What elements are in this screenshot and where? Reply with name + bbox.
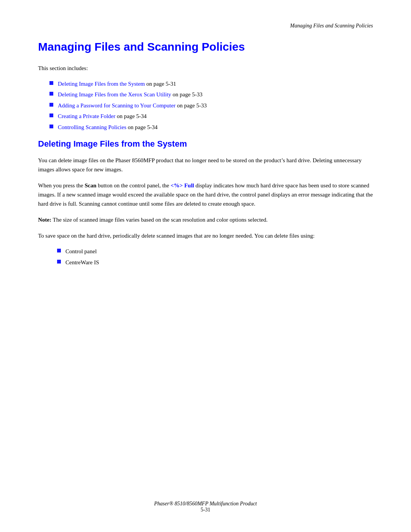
paragraph-2: When you press the Scan button on the co…: [38, 181, 373, 208]
list-item: Deleting Image Files from the System on …: [49, 80, 373, 88]
delete-option-1: Control panel: [65, 247, 97, 256]
toc-item-1: Deleting Image Files from the System on …: [58, 80, 176, 88]
toc-item-3: Adding a Password for Scanning to Your C…: [58, 101, 207, 110]
toc-list: Deleting Image Files from the System on …: [49, 80, 373, 132]
toc-link-3[interactable]: Adding a Password for Scanning to Your C…: [58, 102, 175, 109]
p2-bold: Scan: [84, 182, 96, 189]
footer-product: Phaser® 8510/8560MFP Multifunction Produ…: [0, 501, 411, 507]
toc-page-1: on page 5-31: [145, 81, 176, 87]
delete-options-list: Control panel CentreWare IS: [57, 247, 373, 267]
delete-option-2: CentreWare IS: [65, 258, 99, 267]
page-footer: Phaser® 8510/8560MFP Multifunction Produ…: [0, 501, 411, 513]
p2-blue-bold: <%> Full: [170, 182, 194, 189]
header-title: Managing Files and Scanning Policies: [290, 23, 373, 29]
paragraph-3: To save space on the hard drive, periodi…: [38, 231, 373, 240]
toc-link-4[interactable]: Creating a Private Folder: [58, 113, 115, 119]
p2-pre: When you press the: [38, 182, 84, 189]
bullet-icon: [49, 113, 53, 117]
note-label: Note:: [38, 217, 51, 223]
note-body: The size of scanned image files varies b…: [51, 217, 268, 223]
toc-link-5[interactable]: Controlling Scanning Policies: [58, 124, 126, 130]
list-item: Adding a Password for Scanning to Your C…: [49, 101, 373, 110]
toc-link-2[interactable]: Deleting Image Files from the Xerox Scan…: [58, 91, 171, 97]
list-item: Deleting Image Files from the Xerox Scan…: [49, 90, 373, 99]
p2-mid: button on the control panel, the: [96, 182, 170, 189]
bullet-icon: [57, 260, 61, 264]
section-title: Deleting Image Files from the System: [38, 139, 373, 149]
bullet-icon: [49, 92, 53, 96]
toc-item-5: Controlling Scanning Policies on page 5-…: [58, 123, 158, 132]
toc-page-5: on page 5-34: [126, 124, 158, 130]
toc-page-3: on page 5-33: [175, 102, 207, 109]
bullet-icon: [49, 103, 53, 107]
intro-text: This section includes:: [38, 64, 373, 73]
bullet-icon: [49, 81, 53, 85]
list-item: CentreWare IS: [57, 258, 373, 267]
page-header: Managing Files and Scanning Policies: [38, 23, 373, 29]
toc-page-4: on page 5-34: [115, 113, 147, 119]
paragraph-1: You can delete image files on the Phaser…: [38, 156, 373, 174]
bullet-icon: [49, 125, 53, 128]
list-item: Creating a Private Folder on page 5-34: [49, 112, 373, 121]
toc-item-2: Deleting Image Files from the Xerox Scan…: [58, 90, 202, 99]
toc-page-2: on page 5-33: [171, 91, 202, 97]
list-item: Controlling Scanning Policies on page 5-…: [49, 123, 373, 132]
list-item: Control panel: [57, 247, 373, 256]
note-paragraph: Note: The size of scanned image files va…: [38, 215, 373, 224]
toc-link-1[interactable]: Deleting Image Files from the System: [58, 81, 145, 87]
main-title: Managing Files and Scanning Policies: [38, 40, 373, 53]
page-container: Managing Files and Scanning Policies Man…: [0, 0, 411, 532]
toc-item-4: Creating a Private Folder on page 5-34: [58, 112, 147, 121]
bullet-icon: [57, 249, 61, 252]
footer-page: 5-31: [0, 507, 411, 513]
